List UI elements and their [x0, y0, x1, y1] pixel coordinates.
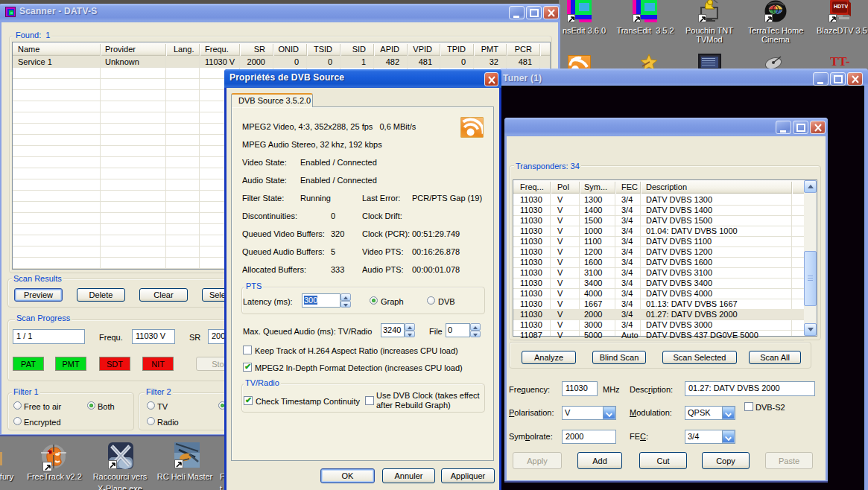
- svg-text:TT-: TT-: [830, 54, 850, 68]
- svg-text:HDTV: HDTV: [834, 4, 848, 9]
